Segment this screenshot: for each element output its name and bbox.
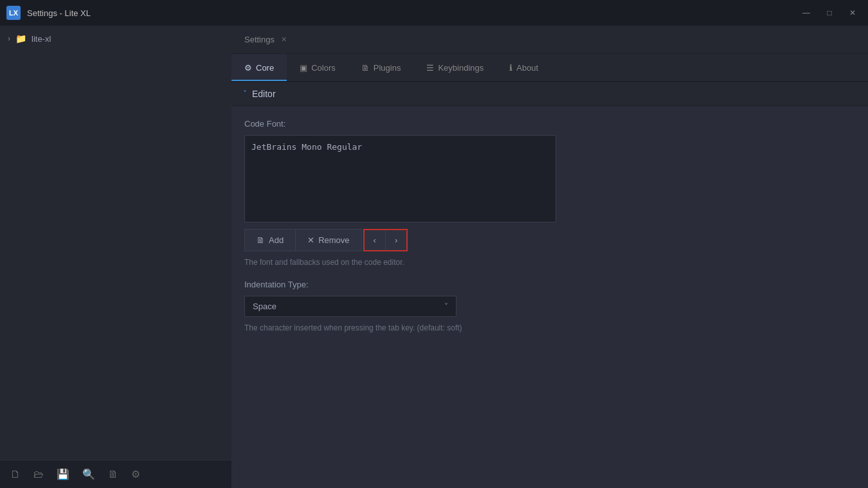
tab-about-label: About <box>516 63 538 73</box>
prev-button[interactable]: ‹ <box>365 230 385 250</box>
core-icon: ⚙ <box>244 63 252 73</box>
inner-tabs-bar: ⚙ Core ▣ Colors 🗎 Plugins ☰ Keybindings … <box>231 54 868 82</box>
editor-section-header[interactable]: ˅ Editor <box>231 82 868 106</box>
tab-core-label: Core <box>256 63 274 73</box>
settings-panel: ˅ Editor Code Font: 🗎 Add ✕ Remove <box>231 82 868 488</box>
sidebar-tree: › 📁 lite-xl <box>0 26 231 460</box>
dropdown-arrow-icon: ˅ <box>444 302 448 311</box>
colors-icon: ▣ <box>300 63 307 73</box>
font-description: The font and fallbacks used on the code … <box>244 258 855 267</box>
app-logo: LX <box>6 6 21 20</box>
main-layout: › 📁 lite-xl 🗋 🗁 💾 🔍 🗎 ⚙ Settings ✕ <box>0 26 868 488</box>
titlebar: LX Settings - Lite XL — □ ✕ <box>0 0 868 26</box>
remove-icon: ✕ <box>307 235 314 245</box>
next-button[interactable]: › <box>385 230 406 250</box>
keybindings-icon: ☰ <box>426 63 434 73</box>
tab-keybindings-label: Keybindings <box>438 63 484 73</box>
plugins-icon: 🗎 <box>361 63 370 73</box>
minimize-button[interactable]: — <box>797 6 815 19</box>
tab-keybindings[interactable]: ☰ Keybindings <box>413 54 496 81</box>
settings-tab-close[interactable]: ✕ <box>281 35 287 44</box>
tab-colors[interactable]: ▣ Colors <box>287 54 348 81</box>
maximize-button[interactable]: □ <box>820 6 838 19</box>
code-font-input[interactable] <box>244 135 556 222</box>
add-icon: 🗎 <box>257 235 265 245</box>
titlebar-controls: — □ ✕ <box>797 6 862 19</box>
tab-colors-label: Colors <box>311 63 336 73</box>
sidebar-item-label: lite-xl <box>32 34 51 44</box>
settings-tab-container: Settings ✕ <box>231 26 300 53</box>
tabs-bar: Settings ✕ <box>231 26 868 54</box>
titlebar-title: Settings - Lite XL <box>27 8 91 18</box>
tab-about[interactable]: ℹ About <box>496 54 551 81</box>
indentation-label: Indentation Type: <box>244 280 855 289</box>
remove-button[interactable]: ✕ Remove <box>296 229 361 251</box>
sidebar: › 📁 lite-xl 🗋 🗁 💾 🔍 🗎 ⚙ <box>0 26 231 488</box>
tab-plugins[interactable]: 🗎 Plugins <box>348 54 414 81</box>
close-button[interactable]: ✕ <box>844 6 862 19</box>
indentation-dropdown[interactable]: Space ˅ <box>244 296 457 317</box>
file-icon[interactable]: 🗎 <box>108 469 118 480</box>
settings-icon[interactable]: ⚙ <box>131 468 140 480</box>
folder-icon: 📁 <box>15 33 26 44</box>
tab-plugins-label: Plugins <box>374 63 401 73</box>
indentation-value: Space <box>253 302 276 311</box>
section-label: Editor <box>252 89 276 99</box>
sidebar-toolbar: 🗋 🗁 💾 🔍 🗎 ⚙ <box>0 460 231 488</box>
section-chevron-icon: ˅ <box>243 89 247 98</box>
chevron-icon: › <box>8 34 10 43</box>
save-icon[interactable]: 💾 <box>57 468 69 480</box>
settings-content: Code Font: 🗎 Add ✕ Remove ‹ › <box>231 106 868 358</box>
tab-core[interactable]: ⚙ Core <box>231 54 287 81</box>
sidebar-item-litexl[interactable]: › 📁 lite-xl <box>0 31 231 46</box>
search-icon[interactable]: 🔍 <box>82 468 95 480</box>
add-button[interactable]: 🗎 Add <box>244 229 296 251</box>
tab-settings[interactable]: Settings ✕ <box>231 26 300 53</box>
font-buttons-row: 🗎 Add ✕ Remove ‹ › <box>244 229 855 251</box>
new-file-icon[interactable]: 🗋 <box>10 469 21 480</box>
content-area: Settings ✕ ⚙ Core ▣ Colors 🗎 Plugins ☰ K… <box>231 26 868 488</box>
nav-button-group: ‹ › <box>363 229 408 251</box>
indentation-container: Indentation Type: Space ˅ The character … <box>244 280 855 332</box>
indentation-description: The character inserted when pressing the… <box>244 323 855 332</box>
settings-tab-label: Settings <box>244 35 275 44</box>
open-folder-icon[interactable]: 🗁 <box>33 469 44 480</box>
code-font-label: Code Font: <box>244 119 855 129</box>
about-icon: ℹ <box>509 63 512 73</box>
